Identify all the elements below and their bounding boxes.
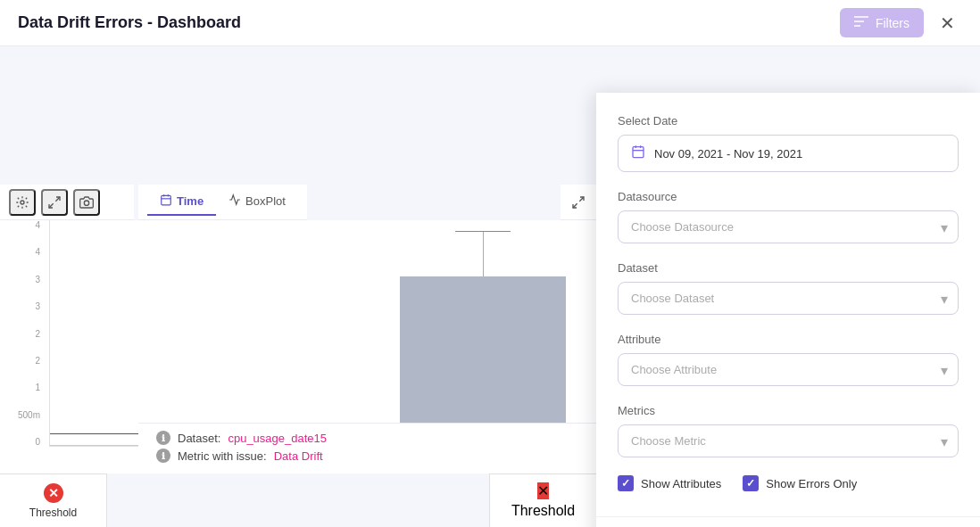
show-errors-label: Show Errors Only [766, 477, 857, 490]
show-errors-checkbox-item[interactable]: ✓ Show Errors Only [743, 475, 857, 491]
threshold-label-left: Threshold [29, 506, 77, 519]
attribute-label: Attribute [618, 333, 959, 346]
expand-icon-button[interactable] [41, 189, 68, 216]
tab-boxplot-label: BoxPlot [245, 194, 286, 208]
tab-boxplot[interactable]: BoxPlot [216, 188, 298, 216]
show-attributes-checkbox-box: ✓ [618, 475, 634, 491]
threshold-badge-right: ✕ Threshold [489, 473, 596, 527]
date-picker-button[interactable]: Nov 09, 2021 - Nov 19, 2021 [618, 135, 959, 172]
y-label-1: 4 [35, 247, 40, 257]
show-attributes-check: ✓ [621, 477, 630, 490]
threshold-error-icon-right: ✕ [537, 482, 549, 499]
settings-icon-button[interactable] [9, 189, 36, 216]
svg-line-5 [49, 203, 54, 208]
svg-line-12 [573, 203, 577, 208]
main-content: Time BoxPlot 4 4 [0, 46, 980, 527]
y-label-5: 2 [35, 356, 40, 366]
y-label-0: 4 [35, 220, 40, 230]
dataset-label: Dataset [618, 261, 959, 275]
info-dot-0: ℹ [156, 431, 170, 445]
filter-section-dataset: Dataset Choose Dataset [618, 261, 959, 315]
y-label-2: 3 [35, 275, 40, 284]
boxplot-icon [228, 194, 241, 209]
filter-section-metrics: Metrics Choose Metric [618, 404, 959, 457]
svg-line-4 [55, 197, 60, 202]
date-value: Nov 09, 2021 - Nov 19, 2021 [654, 147, 802, 161]
metrics-label: Metrics [618, 404, 959, 417]
filter-section-attribute: Attribute Choose Attribute [618, 333, 959, 386]
filter-footer: Reset Cancel ✓ Apply [596, 516, 980, 527]
show-errors-checkbox-box: ✓ [743, 475, 759, 491]
filter-icon [854, 15, 868, 30]
chart-tabs: Time BoxPlot [138, 185, 307, 220]
svg-point-6 [84, 201, 88, 205]
svg-rect-13 [633, 147, 644, 158]
y-label-7: 500m [18, 410, 40, 420]
threshold-badge-left: ✕ Threshold [0, 473, 107, 527]
y-label-4: 2 [35, 329, 40, 339]
bar-whisker-cap [455, 231, 511, 232]
filter-section-date: Select Date Nov 09, 2021 - Nov 19, 2021 [618, 114, 959, 172]
calendar-icon [631, 144, 645, 162]
time-icon [160, 194, 172, 209]
filter-section-datasource: Datasource Choose Datasource [618, 190, 959, 243]
bar-whisker [483, 232, 484, 277]
datasource-label: Datasource [618, 190, 959, 203]
tab-time-label: Time [177, 194, 203, 208]
info-label-metric: Metric with issue: [178, 449, 267, 463]
filter-panel: Select Date Nov 09, 2021 - Nov 19, 2021 … [596, 93, 980, 527]
metrics-select[interactable]: Choose Metric [618, 424, 959, 457]
extra-chart-icon-button[interactable] [561, 185, 596, 220]
datasource-select-wrap: Choose Datasource [618, 210, 959, 243]
attribute-select[interactable]: Choose Attribute [618, 353, 959, 386]
dataset-select[interactable]: Choose Dataset [618, 282, 959, 315]
y-axis: 4 4 3 3 2 2 1 500m 0 [0, 220, 45, 447]
header-actions: Filters ✕ [840, 8, 962, 37]
show-attributes-label: Show Attributes [641, 477, 721, 490]
app-header: Data Drift Errors - Dashboard Filters ✕ [0, 0, 980, 46]
threshold-label-right: Threshold [511, 503, 575, 519]
chart-info: ℹ Dataset: cpu_usage_date15 ℹ Metric wit… [138, 423, 596, 473]
info-value-dataset: cpu_usage_date15 [228, 432, 327, 445]
show-errors-check: ✓ [746, 477, 755, 490]
tab-time[interactable]: Time [147, 188, 216, 216]
filter-panel-inner: Select Date Nov 09, 2021 - Nov 19, 2021 … [596, 93, 980, 527]
filters-button[interactable]: Filters [840, 8, 924, 37]
filters-label: Filters [876, 16, 909, 30]
datasource-select[interactable]: Choose Datasource [618, 210, 959, 243]
dataset-select-wrap: Choose Dataset [618, 282, 959, 315]
bar-main [400, 276, 566, 446]
show-attributes-checkbox-item[interactable]: ✓ Show Attributes [618, 475, 721, 491]
close-button[interactable]: ✕ [933, 9, 962, 37]
y-label-8: 0 [35, 437, 40, 447]
info-dot-1: ℹ [156, 449, 170, 463]
info-value-metric: Data Drift [274, 449, 323, 463]
page-title: Data Drift Errors - Dashboard [18, 13, 241, 32]
checkbox-row: ✓ Show Attributes ✓ Show Errors Only [618, 475, 959, 491]
info-row-dataset: ℹ Dataset: cpu_usage_date15 [156, 431, 578, 445]
info-row-metric: ℹ Metric with issue: Data Drift [156, 449, 578, 463]
select-date-label: Select Date [618, 114, 959, 128]
camera-icon-button[interactable] [73, 189, 100, 216]
threshold-error-icon: ✕ [44, 483, 63, 503]
attribute-select-wrap: Choose Attribute [618, 353, 959, 386]
y-label-3: 3 [35, 301, 40, 311]
svg-rect-7 [162, 195, 171, 205]
chart-toolbar [0, 185, 134, 220]
svg-point-3 [21, 201, 24, 204]
y-label-6: 1 [35, 383, 40, 392]
info-label-dataset: Dataset: [178, 432, 220, 445]
metrics-select-wrap: Choose Metric [618, 424, 959, 457]
svg-line-11 [579, 197, 584, 202]
